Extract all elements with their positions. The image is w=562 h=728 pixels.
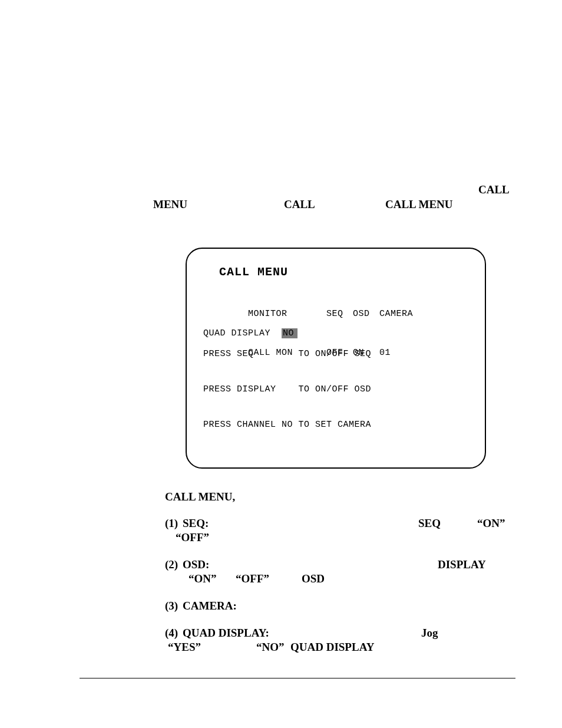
header-seq: SEQ — [326, 308, 353, 321]
item-3-number: (3) — [165, 599, 178, 613]
item-2-number: (2) — [165, 558, 178, 572]
item-4-quad-word: QUAD DISPLAY — [290, 640, 374, 654]
header-osd: OSD — [353, 308, 379, 321]
item-1-off: “OFF” — [176, 531, 209, 545]
item-2-display: DISPLAY — [438, 558, 486, 572]
monitor-title: CALL MENU — [219, 265, 288, 279]
monitor-help-text: PRESS SEQ TO ON/OFF SEQ PRESS DISPLAY TO… — [203, 325, 371, 454]
call-menu-label: CALL MENU, — [165, 490, 524, 503]
footer-rule — [80, 678, 515, 678]
help-line-2: PRESS DISPLAY TO ON/OFF OSD — [203, 384, 371, 396]
item-1-on: “ON” — [477, 516, 505, 531]
help-line-1: PRESS SEQ TO ON/OFF SEQ — [203, 348, 371, 360]
item-1-seq: (1) SEQ: SEQ “ON” “OFF” — [165, 516, 524, 545]
item-1-seq-label: SEQ: — [183, 516, 209, 531]
item-4-quad: (4) QUAD DISPLAY: Jog “YES” “NO” QUAD DI… — [165, 626, 524, 654]
header-monitor: MONITOR — [248, 308, 326, 321]
header-camera: CAMERA — [379, 308, 415, 321]
item-4-jog: Jog — [421, 626, 438, 640]
item-2-osd-label: OSD: — [183, 558, 209, 572]
item-1-number: (1) — [165, 516, 178, 531]
cell-camera: 01 — [379, 347, 415, 360]
word-call: CALL — [284, 198, 315, 211]
word-call-upper: CALL — [478, 183, 510, 196]
page: MENU CALL CALL MENU CALL CALL MENU MONIT… — [0, 0, 562, 728]
item-3-camera-label: CAMERA: — [183, 599, 237, 613]
item-2-off: “OFF” — [236, 572, 269, 586]
item-2-osd-word: OSD — [302, 572, 325, 586]
item-4-quad-label: QUAD DISPLAY: — [183, 626, 269, 640]
item-2-on: “ON” — [189, 572, 217, 586]
body-text: CALL MENU, (1) SEQ: SEQ “ON” “OFF” (2) O… — [165, 490, 524, 654]
item-4-yes: “YES” — [168, 640, 201, 654]
item-3-camera: (3) CAMERA: — [165, 599, 524, 613]
item-4-no: “NO” — [256, 640, 285, 654]
monitor-screen: CALL MENU MONITORSEQOSDCAMERA CALL MONOF… — [186, 248, 486, 469]
word-menu: MENU — [153, 198, 187, 211]
item-2-osd: (2) OSD: DISPLAY “ON” “OFF” OSD — [165, 558, 524, 586]
item-4-number: (4) — [165, 626, 178, 640]
help-line-3: PRESS CHANNEL NO TO SET CAMERA — [203, 419, 371, 431]
item-1-seq-word: SEQ — [418, 516, 441, 531]
word-call-menu: CALL MENU — [385, 198, 453, 211]
